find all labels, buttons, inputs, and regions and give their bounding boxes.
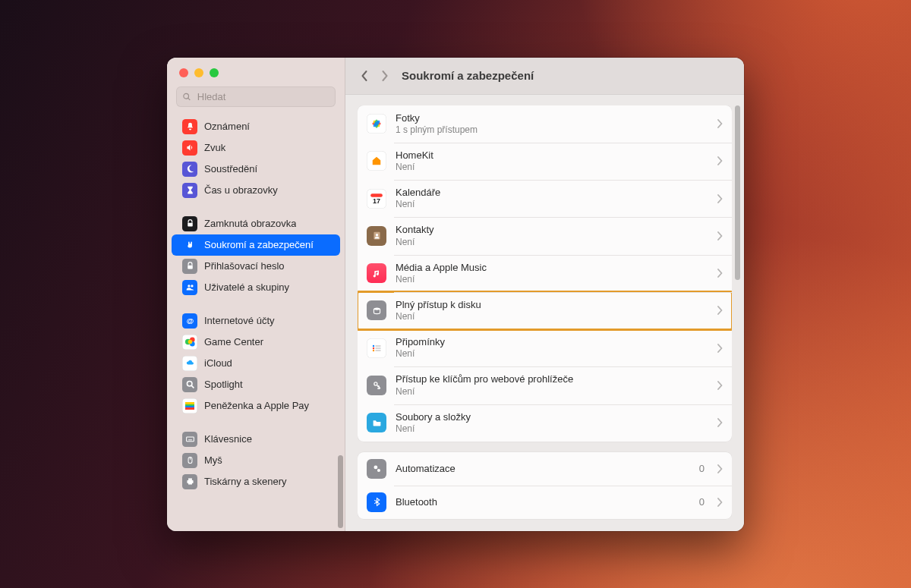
settings-row[interactable]: 17KalendářeNení <box>358 180 732 217</box>
keyboard-icon <box>182 432 197 447</box>
minimize-window-button[interactable] <box>194 68 203 77</box>
sidebar-item-label: iCloud <box>204 357 232 369</box>
chevron-right-icon <box>717 119 723 128</box>
chevron-right-icon <box>717 306 723 315</box>
sidebar-scrollbar[interactable] <box>338 455 343 528</box>
sidebar-item[interactable]: Oznámení <box>172 116 340 137</box>
settings-row[interactable]: Fotky1 s plným přístupem <box>358 105 732 143</box>
gears-icon <box>367 459 386 479</box>
svg-line-1 <box>188 98 191 100</box>
contacts-icon <box>367 226 386 246</box>
svg-rect-15 <box>185 404 194 406</box>
settings-row[interactable]: Média a Apple MusicNení <box>358 255 732 292</box>
nav-forward-button[interactable] <box>377 69 391 83</box>
svg-rect-19 <box>188 439 192 440</box>
sidebar-item[interactable]: Zvuk <box>172 137 340 159</box>
close-window-button[interactable] <box>179 68 188 77</box>
svg-rect-24 <box>188 483 192 484</box>
settings-row[interactable]: Plný přístup k diskuNení <box>358 292 732 329</box>
sidebar-item[interactable]: Game Center <box>172 332 340 353</box>
chevron-right-icon <box>717 194 723 203</box>
settings-row[interactable]: Soubory a složkyNení <box>358 404 732 442</box>
printer-icon <box>182 474 197 489</box>
svg-point-11 <box>187 381 192 386</box>
row-texts: PřipomínkyNení <box>396 336 708 360</box>
sidebar-item[interactable]: @Internetové účty <box>172 310 340 332</box>
nav-back-button[interactable] <box>358 69 371 83</box>
toolbar: Soukromí a zabezpečení <box>345 58 744 95</box>
svg-rect-23 <box>188 478 192 480</box>
sidebar-item-label: Tiskárny a skenery <box>204 476 287 488</box>
row-texts: Soubory a složkyNení <box>396 411 708 435</box>
svg-point-0 <box>184 93 189 99</box>
sidebar-item-label: Klávesnice <box>204 433 252 445</box>
svg-rect-39 <box>376 345 381 346</box>
settings-row[interactable]: Přístup ke klíčům pro webové prohlížečeN… <box>358 366 732 404</box>
search-field[interactable] <box>176 86 336 107</box>
svg-rect-18 <box>186 437 194 442</box>
sidebar-item-label: Myš <box>204 454 222 467</box>
at-icon: @ <box>182 313 197 329</box>
sidebar-item[interactable]: Spotlight <box>172 374 340 395</box>
settings-panel: Fotky1 s plným přístupemHomeKitNení17Kal… <box>358 105 732 442</box>
content-area: Fotky1 s plným přístupemHomeKitNení17Kal… <box>345 95 744 531</box>
chevron-right-icon <box>717 231 723 241</box>
svg-rect-41 <box>376 350 381 351</box>
disk-icon <box>367 300 386 320</box>
sidebar-item[interactable]: Soukromí a zabezpečení <box>172 234 340 256</box>
sidebar-item-label: Game Center <box>204 336 263 348</box>
settings-row[interactable]: KontaktyNení <box>358 217 732 254</box>
row-texts: Bluetooth <box>396 496 690 508</box>
settings-row[interactable]: HomeKitNení <box>358 143 732 180</box>
sidebar-item[interactable]: Myš <box>172 450 340 471</box>
home-icon <box>367 151 386 171</box>
sidebar-item[interactable]: Přihlašovací heslo <box>172 256 340 277</box>
settings-row[interactable]: PřipomínkyNení <box>358 329 732 366</box>
row-subtitle: Není <box>396 348 708 360</box>
sidebar-item[interactable]: Tiskárny a skenery <box>172 471 340 492</box>
svg-point-45 <box>377 469 380 472</box>
search-input[interactable] <box>196 90 329 103</box>
users-icon <box>182 280 197 295</box>
hourglass-icon <box>182 183 197 198</box>
row-title: HomeKit <box>396 149 708 162</box>
settings-row[interactable]: Automatizace0 <box>358 452 732 486</box>
lock-icon <box>182 259 197 274</box>
svg-point-5 <box>191 285 193 287</box>
sidebar-item[interactable]: Uživatelé a skupiny <box>172 277 340 298</box>
sidebar-item-label: Spotlight <box>204 379 243 391</box>
row-title: Automatizace <box>396 463 690 475</box>
row-title: Kalendáře <box>396 187 708 199</box>
sidebar-list[interactable]: OznámeníZvukSoustředěníČas u obrazovkyZa… <box>167 113 345 531</box>
wallet-icon <box>182 398 197 413</box>
content-scrollbar[interactable] <box>735 105 740 280</box>
svg-point-10 <box>188 340 192 344</box>
row-subtitle: Není <box>396 199 708 210</box>
row-texts: Automatizace <box>396 463 690 475</box>
row-count: 0 <box>699 463 705 474</box>
svg-rect-17 <box>185 407 194 410</box>
sidebar-item[interactable]: Čas u obrazovky <box>172 180 340 201</box>
sidebar-item-label: Peněženka a Apple Pay <box>204 400 309 412</box>
settings-row[interactable]: Bluetooth0 <box>358 486 732 519</box>
svg-point-33 <box>375 234 377 236</box>
row-texts: Plný přístup k diskuNení <box>396 299 708 322</box>
reminders-icon <box>367 338 386 358</box>
chevron-right-icon <box>717 156 723 165</box>
system-settings-window: OznámeníZvukSoustředěníČas u obrazovkyZa… <box>167 58 744 531</box>
search-icon <box>182 377 197 392</box>
sidebar-item-label: Oznámení <box>204 121 250 133</box>
sidebar-item[interactable]: Klávesnice <box>172 429 340 450</box>
sidebar-item[interactable]: iCloud <box>172 353 340 374</box>
row-title: Přístup ke klíčům pro webové prohlížeče <box>396 373 708 385</box>
svg-rect-16 <box>185 406 194 407</box>
svg-rect-2 <box>188 223 193 227</box>
sidebar-item-label: Čas u obrazovky <box>204 184 278 197</box>
row-title: Soubory a složky <box>396 411 708 423</box>
sidebar-item[interactable]: Soustředění <box>172 159 340 180</box>
svg-point-38 <box>373 349 374 351</box>
sidebar-item[interactable]: Zamknutá obrazovka <box>172 213 340 234</box>
sidebar-item[interactable]: Peněženka a Apple Pay <box>172 395 340 417</box>
zoom-window-button[interactable] <box>210 68 219 77</box>
svg-text:17: 17 <box>373 197 380 204</box>
